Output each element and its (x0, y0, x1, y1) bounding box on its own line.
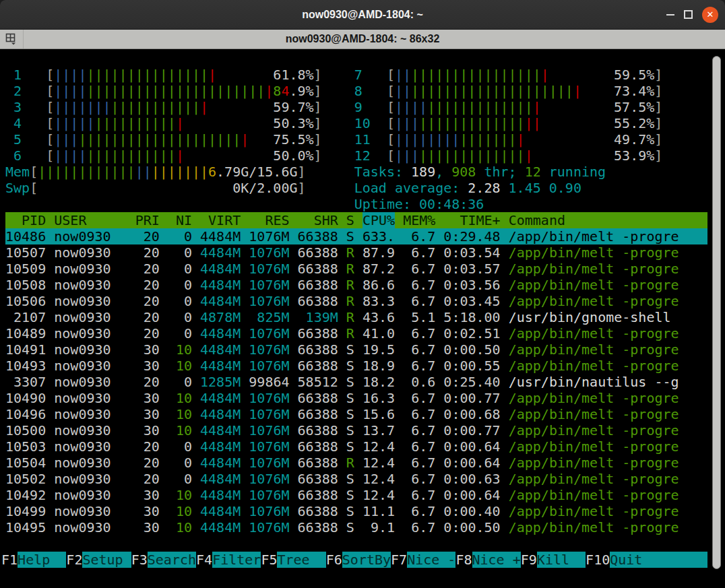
cell-cmd: /app/bin/melt -progre (509, 244, 679, 261)
cell-user: now0930 (54, 487, 127, 503)
bar-segment: |||||||||| (94, 115, 175, 131)
meter-value: 73.4% (614, 83, 654, 99)
fkey-key: F6 (326, 552, 342, 568)
cell-cmd: /app/bin/melt -progre (509, 487, 679, 503)
column-header-virt[interactable]: VIRT (200, 212, 241, 228)
fkey-quit[interactable]: F10Quit (586, 552, 658, 568)
close-icon[interactable]: ✕ (702, 7, 718, 23)
minimize-icon[interactable] (666, 14, 674, 15)
column-header-time+[interactable]: TIME+ (443, 212, 500, 228)
column-header-mem%[interactable]: MEM% (403, 212, 435, 228)
process-row-10500[interactable]: 10500 now0930 30 10 4484M 1076M 66388 S … (5, 422, 707, 438)
process-row-10499[interactable]: 10499 now0930 30 10 4484M 1076M 66388 S … (5, 503, 707, 519)
cell-pid: 10499 (5, 503, 46, 519)
meter-bar: |||||||||||||||||||59.7% (54, 99, 313, 115)
process-row-10506[interactable]: 10506 now0930 20 0 4484M 1076M 66388 R 8… (5, 293, 707, 309)
process-row-10491[interactable]: 10491 now0930 30 10 4484M 1076M 66388 S … (5, 341, 707, 358)
maximize-icon[interactable] (684, 10, 693, 19)
process-row-10493[interactable]: 10493 now0930 30 10 4484M 1076M 66388 S … (5, 358, 707, 374)
fkey-nice-[interactable]: F8Nice + (455, 552, 520, 568)
fkey-setup[interactable]: F2Setup (66, 552, 131, 568)
process-row-10486[interactable]: 10486 now0930 20 0 4484M 1076M 66388 S 6… (5, 228, 707, 244)
column-header-user[interactable]: USER (54, 212, 127, 228)
fkey-label: Quit (610, 552, 658, 568)
cell-cpu: 18.2 (362, 374, 395, 390)
process-row-10496[interactable]: 10496 now0930 30 10 4484M 1076M 66388 S … (5, 406, 707, 422)
cell-virt: 4484M (200, 228, 241, 244)
titlebar[interactable]: now0930@AMD-1804: ~ ✕ (0, 0, 725, 30)
process-row-10490[interactable]: 10490 now0930 30 10 4484M 1076M 66388 S … (5, 390, 707, 406)
column-header-command[interactable]: Command (509, 212, 565, 228)
fkey-kill[interactable]: F9Kill (521, 552, 586, 568)
process-row-3307[interactable]: 3307 now0930 20 0 1285M 99864 58512 S 18… (5, 374, 707, 390)
cell-res: 1076M (249, 503, 289, 519)
uptime: Uptime: 00:48:36 (346, 196, 663, 212)
cell-ni: 10 (168, 487, 192, 503)
fkey-key: F5 (261, 552, 277, 568)
cell-cpu: 13.7 (362, 422, 395, 438)
column-header-s[interactable]: S (346, 212, 354, 228)
cell-s: R (346, 277, 354, 293)
bar-segment: || (525, 115, 541, 131)
column-header-shr[interactable]: SHR (298, 212, 338, 228)
cell-pri: 30 (135, 519, 160, 535)
cell-pri: 20 (135, 277, 160, 293)
cell-ni: 0 (168, 277, 192, 293)
fkey-search[interactable]: F3Search (131, 552, 196, 568)
process-row-10492[interactable]: 10492 now0930 30 10 4484M 1076M 66388 S … (5, 487, 707, 503)
process-row-10495[interactable]: 10495 now0930 30 10 4484M 1076M 66388 S … (5, 519, 707, 535)
meter-pipes: ||||||||||||||||||||||||||| (54, 83, 273, 99)
cell-mem: 6.7 (403, 471, 435, 487)
process-row-10508[interactable]: 10508 now0930 20 0 4484M 1076M 66388 R 8… (5, 277, 707, 293)
cell-user: now0930 (54, 341, 127, 358)
cell-pid: 10500 (5, 422, 46, 438)
bracket: ] (314, 115, 322, 131)
fkey-nice-[interactable]: F7Nice - (391, 552, 455, 568)
column-header-pri[interactable]: PRI (135, 212, 160, 228)
meter-bar: |||||||||||||||||||59.5% (395, 67, 654, 83)
cell-time: 0:29.48 (443, 228, 500, 244)
fkey-bar-filler (658, 552, 707, 568)
cell-ni: 0 (168, 325, 192, 341)
process-row-10509[interactable]: 10509 now0930 20 0 4484M 1076M 66388 R 8… (5, 261, 707, 277)
bar-segment: | (541, 67, 549, 83)
text-span: 8 (273, 83, 281, 99)
cell-shr: 66388 (298, 244, 338, 261)
meter-label: 5 (5, 131, 46, 148)
bar-segment: | (573, 83, 581, 99)
process-row-2107[interactable]: 2107 now0930 20 0 4878M 825M 139M R 43.6… (5, 309, 707, 325)
cell-pri: 20 (135, 244, 160, 261)
process-row-10502[interactable]: 10502 now0930 20 0 4484M 1076M 66388 S 1… (5, 471, 707, 487)
fkey-tree[interactable]: F5Tree (261, 552, 325, 568)
cell-pid: 10502 (5, 471, 46, 487)
scrollbar-thumb[interactable] (712, 56, 721, 569)
column-header-res[interactable]: RES (249, 212, 289, 228)
fkey-sortby[interactable]: F6SortBy (326, 552, 391, 568)
bar-segment: | (176, 148, 184, 164)
column-header-cpu%[interactable]: CPU% (362, 212, 395, 228)
process-row-10507[interactable]: 10507 now0930 20 0 4484M 1076M 66388 R 8… (5, 244, 707, 261)
bracket: [ (387, 131, 395, 148)
meter-pipes: |||||||||||||||||| (395, 115, 541, 131)
process-row-10489[interactable]: 10489 now0930 20 0 4484M 1076M 66388 R 4… (5, 325, 707, 341)
cpu-meter-7: 7 [|||||||||||||||||||59.5%] (346, 67, 663, 83)
fkey-key: F9 (521, 552, 537, 568)
process-row-10504[interactable]: 10504 now0930 20 0 4484M 1076M 66388 R 1… (5, 455, 707, 471)
cell-shr: 66388 (298, 325, 338, 341)
fkey-filter[interactable]: F4Filter (196, 552, 261, 568)
column-header-ni[interactable]: NI (168, 212, 192, 228)
column-header-pid[interactable]: PID (5, 212, 46, 228)
cell-virt: 4484M (200, 244, 241, 261)
bar-segment: ||||||| (460, 131, 516, 148)
cell-ni: 10 (168, 519, 192, 535)
cell-shr: 66388 (298, 390, 338, 406)
cell-ni: 10 (168, 422, 192, 438)
fkey-help[interactable]: F1Help (1, 552, 66, 568)
cell-res: 1076M (249, 261, 289, 277)
text-span: 75.5% (273, 131, 313, 148)
cpu-meter-12: 12 [|||||||||||||||||53.9%] (346, 148, 663, 164)
process-row-10503[interactable]: 10503 now0930 20 0 4484M 1076M 66388 S 1… (5, 438, 707, 455)
cell-pri: 20 (135, 374, 160, 390)
scrollbar[interactable] (712, 56, 721, 569)
cell-virt: 4484M (200, 406, 241, 422)
